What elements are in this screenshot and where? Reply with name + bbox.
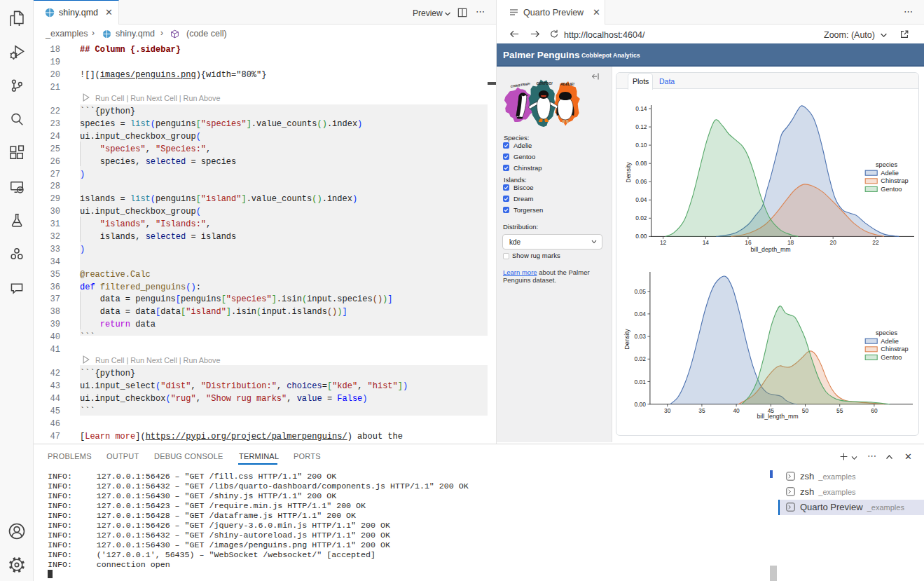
svg-text:12: 12 <box>660 239 667 246</box>
svg-text:Gentoo: Gentoo <box>881 186 902 193</box>
svg-text:Adelie: Adelie <box>881 170 899 177</box>
svg-text:CHINSTRAP!: CHINSTRAP! <box>510 82 530 88</box>
svg-text:40: 40 <box>733 407 740 414</box>
svg-text:Chinstrap: Chinstrap <box>881 346 908 353</box>
svg-text:0.00: 0.00 <box>635 401 647 408</box>
svg-text:Gentoo: Gentoo <box>881 354 902 361</box>
svg-text:0.08: 0.08 <box>635 160 647 167</box>
svg-text:0.12: 0.12 <box>635 123 647 130</box>
svg-text:0.05: 0.05 <box>635 288 647 295</box>
svg-text:GENTOO!: GENTOO! <box>537 81 553 86</box>
svg-text:Chinstrap: Chinstrap <box>881 177 908 184</box>
svg-text:60: 60 <box>871 407 878 414</box>
svg-text:bill_length_mm: bill_length_mm <box>757 413 798 420</box>
svg-text:0.02: 0.02 <box>635 355 647 362</box>
svg-text:Density: Density <box>625 162 632 183</box>
svg-text:0.04: 0.04 <box>635 196 647 203</box>
svg-text:0.10: 0.10 <box>635 142 647 149</box>
svg-text:0.04: 0.04 <box>635 310 647 317</box>
svg-text:0.06: 0.06 <box>635 178 647 185</box>
svg-text:50: 50 <box>802 407 809 414</box>
svg-text:0.01: 0.01 <box>635 378 647 385</box>
svg-text:30: 30 <box>664 407 671 414</box>
svg-text:0.14: 0.14 <box>635 105 647 112</box>
svg-text:18: 18 <box>787 239 794 246</box>
svg-text:20: 20 <box>830 239 837 246</box>
svg-text:0.00: 0.00 <box>635 233 647 240</box>
svg-text:species: species <box>876 329 898 336</box>
svg-text:species: species <box>876 161 898 168</box>
svg-text:0.02: 0.02 <box>635 214 647 221</box>
svg-text:ADELIE!: ADELIE! <box>560 82 574 86</box>
svg-text:0.03: 0.03 <box>635 333 647 340</box>
svg-text:Adelie: Adelie <box>881 338 899 345</box>
svg-text:Density: Density <box>623 329 630 350</box>
svg-text:16: 16 <box>745 239 752 246</box>
svg-text:22: 22 <box>872 239 879 246</box>
svg-text:55: 55 <box>836 407 843 414</box>
svg-text:bill_depth_mm: bill_depth_mm <box>750 246 790 253</box>
svg-text:14: 14 <box>703 239 710 246</box>
svg-text:35: 35 <box>698 407 705 414</box>
